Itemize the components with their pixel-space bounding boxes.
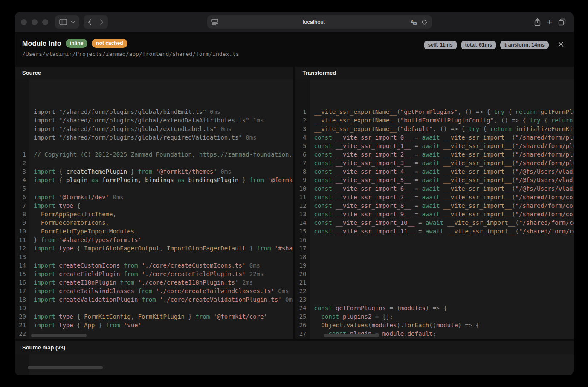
source-panel-title: Source [15, 67, 293, 79]
code-line: 4const __vite_ssr_import_0__ = await __v… [295, 133, 574, 142]
code-line: 2 [15, 159, 293, 167]
code-line: 25 const plugins2 = []; [295, 312, 574, 321]
translate-icon[interactable]: A a [409, 19, 417, 26]
code-line: 6const __vite_ssr_import_2__ = await __v… [295, 150, 574, 159]
transformed-hscrollbar[interactable] [324, 334, 379, 337]
sidebar-icon [59, 19, 67, 25]
code-line: import "/shared/form/plugins/global/requ… [15, 133, 293, 142]
tab-overview-button[interactable] [558, 18, 566, 26]
browser-window: localhost A a + [15, 12, 574, 375]
code-line: 24const getFormPlugins = (modules) => { [295, 304, 574, 312]
source-code-area[interactable]: import "/shared/form/plugins/global/bind… [15, 79, 293, 339]
nav-divider [96, 18, 96, 26]
address-bar[interactable]: localhost A a [207, 15, 432, 29]
browser-toolbar: localhost A a + [15, 12, 574, 32]
code-line: 3import { createThemePlugin } from '@for… [15, 167, 293, 176]
code-line: 28 plugins2.push(plugin); [295, 338, 574, 339]
transformed-code-area[interactable]: 1__vite_ssr_exportName__("getFormPlugins… [295, 79, 574, 339]
source-hscrollbar[interactable] [31, 334, 87, 337]
code-line: 9 FormDecoratorIcons, [15, 218, 293, 227]
code-line: 16import createI18nPlugin from './core/c… [15, 278, 293, 287]
code-line: 13 [15, 253, 293, 261]
new-tab-button[interactable]: + [547, 17, 552, 26]
code-line: 8const __vite_ssr_import_4__ = await __v… [295, 167, 574, 176]
window-controls [21, 19, 48, 25]
code-line: 1__vite_ssr_exportName__("getFormPlugins… [295, 108, 574, 116]
code-line: import "/shared/form/plugins/global/bind… [15, 108, 293, 116]
code-line: 7import type { [15, 201, 293, 210]
code-line: 10 FormFieldTypeImportModules, [15, 227, 293, 236]
traffic-light-fullscreen[interactable] [42, 19, 48, 25]
code-line: 12import type { ImportGlobEagerOutput, I… [15, 244, 293, 253]
share-button[interactable] [534, 18, 541, 26]
code-line: 19 [15, 304, 293, 312]
screen: localhost A a + [0, 0, 588, 387]
transformed-panel: Transformed 1__vite_ssr_exportName__("ge… [295, 67, 574, 339]
code-line: 14import createCustomIcons from './core/… [15, 261, 293, 270]
transform-time-badge: transform: 14ms [500, 41, 549, 49]
code-line: 20 [295, 270, 574, 278]
code-line: 5 [15, 184, 293, 193]
close-icon [558, 41, 564, 47]
code-line: 12const __vite_ssr_import_8__ = await __… [295, 201, 574, 210]
code-line: 17 [295, 244, 574, 253]
module-file-path: /Users/vladimir/Projects/zammad/app/fron… [22, 51, 574, 57]
back-button[interactable] [88, 19, 92, 25]
code-line: 2__vite_ssr_exportName__("buildFormKitPl… [295, 116, 574, 125]
code-line: 5const __vite_ssr_import_1__ = await __v… [295, 142, 574, 150]
code-line: 18 [295, 253, 574, 261]
code-line: 23 [295, 295, 574, 304]
traffic-light-minimize[interactable] [32, 19, 38, 25]
code-line: 8 FormAppSpecificTheme, [15, 210, 293, 218]
chevron-down-icon [71, 21, 75, 23]
sourcemap-panel-title: Source map (v3) [15, 341, 574, 354]
code-line: 17import createTailwindClasses from './c… [15, 287, 293, 295]
source-panel: Source import "/shared/form/plugins/glob… [15, 67, 293, 339]
code-line: 15const __vite_ssr_import_11__ = await _… [295, 227, 574, 236]
code-line: 14const __vite_ssr_import_10__ = await _… [295, 218, 574, 227]
total-time-badge: total: 61ms [461, 41, 496, 49]
forward-button[interactable] [100, 19, 104, 25]
transformed-panel-title: Transformed [295, 67, 574, 79]
code-line: 23export const getFormPlugins = (modules… [15, 338, 293, 339]
close-button[interactable] [556, 39, 566, 49]
code-line: 11} from '#shared/types/form.ts' [15, 236, 293, 244]
sidebar-toggle-button[interactable] [55, 15, 79, 29]
code-line: import "/shared/form/plugins/global/exte… [15, 125, 293, 133]
module-info-header: Module Info inline not cached /Users/vla… [15, 32, 574, 67]
inline-badge: inline [66, 39, 87, 48]
code-line: 1// Copyright (C) 2012-2025 Zammad Found… [15, 150, 293, 159]
reader-icon[interactable] [211, 19, 218, 25]
code-line: 10const __vite_ssr_import_6__ = await __… [295, 184, 574, 193]
reload-button[interactable] [421, 19, 428, 25]
traffic-light-close[interactable] [21, 19, 27, 25]
code-line [15, 142, 293, 150]
page-title: Module Info [22, 40, 61, 47]
self-time-badge: self: 11ms [424, 41, 457, 49]
nav-buttons [84, 15, 108, 29]
code-line: import "/shared/form/plugins/global/exte… [15, 116, 293, 125]
sourcemap-line-gutter [15, 354, 29, 375]
svg-text:a: a [414, 22, 416, 25]
code-line: 4import { plugin as formPlugin, bindings… [15, 176, 293, 184]
code-line: 19 [295, 261, 574, 270]
code-line: 9const __vite_ssr_import_5__ = await __v… [295, 176, 574, 184]
code-line: 11const __vite_ssr_import_7__ = await __… [295, 193, 574, 201]
code-panels: Source import "/shared/form/plugins/glob… [15, 67, 574, 339]
url-text[interactable]: localhost [218, 19, 409, 25]
code-line: 6import '@formkit/dev' 0ms [15, 193, 293, 201]
toolbar-right-buttons: + [534, 17, 566, 26]
timing-badges: self: 11ms total: 61ms transform: 14ms [424, 41, 549, 49]
sourcemap-hscrollbar[interactable] [28, 366, 103, 369]
code-line: 21import type { App } from 'vue' [15, 321, 293, 329]
code-line: 18import createValidationPlugin from './… [15, 295, 293, 304]
code-line: 13const __vite_ssr_import_9__ = await __… [295, 210, 574, 218]
sourcemap-code-area[interactable]: 1;;;AAEA;AAAkC;AAAA;AAAA;AAAA;AAClC;AAEA… [15, 354, 574, 375]
sourcemap-panel: Source map (v3) 1;;;AAEA;AAAkC;AAAA;AAAA… [15, 341, 574, 375]
code-line: 3__vite_ssr_exportName__("default", () =… [295, 125, 574, 133]
code-line: 26 Object.values(modules).forEach((modul… [295, 321, 574, 329]
code-line: 15import createFieldPlugin from './core/… [15, 270, 293, 278]
code-line: 7const __vite_ssr_import_3__ = await __v… [295, 159, 574, 167]
not-cached-badge: not cached [92, 39, 127, 48]
code-line: 22 [295, 287, 574, 295]
